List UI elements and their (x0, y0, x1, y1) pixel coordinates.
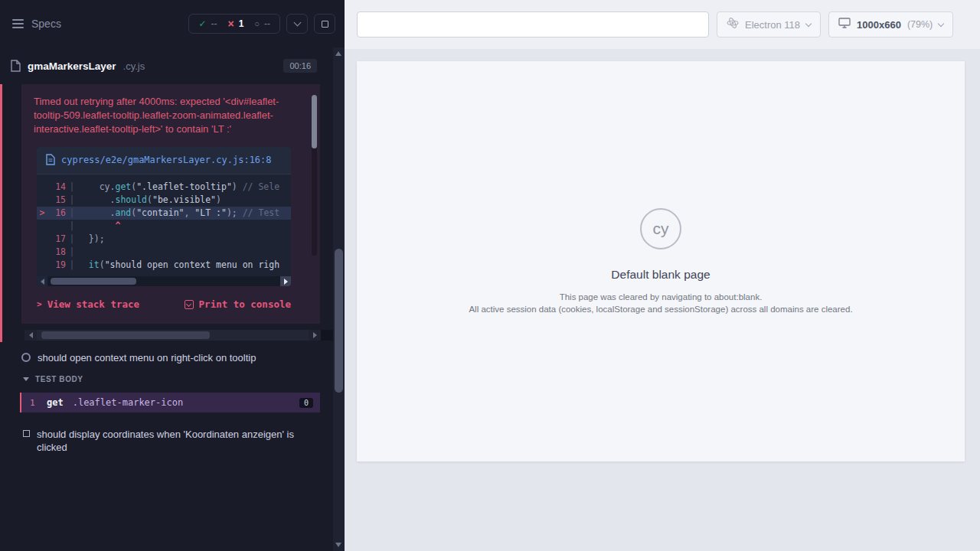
aut-frame: cy Default blank page This page was clea… (357, 61, 965, 461)
stop-icon (322, 21, 328, 28)
command-log-entry[interactable]: 1 get .leaflet-marker-icon 0 (20, 393, 320, 412)
print-icon (185, 300, 194, 309)
cypress-reporter-sidebar: Specs ✓ -- × 1 ○ -- (0, 0, 345, 551)
spinner-icon (21, 353, 31, 362)
blank-page-title: Default blank page (611, 268, 710, 282)
spec-duration: 00:16 (283, 59, 317, 73)
x-icon: × (227, 18, 234, 29)
error-panel-scroll-thumb[interactable] (312, 95, 317, 148)
blank-page-line2: All active session data (cookies, localS… (469, 303, 852, 315)
test-body-toggle[interactable]: TEST BODY (0, 369, 333, 388)
reporter-body: Timed out retrying after 4000ms: expecte… (0, 84, 333, 551)
reporter-scroll-thumb[interactable] (41, 331, 210, 339)
chevron-down-icon (805, 20, 812, 26)
spec-name: gmaMarkersLayer (28, 60, 116, 72)
code-line: 14| cy.get(".leaflet-tooltip") // Sele (37, 181, 291, 194)
viewport-scale: (79%) (907, 19, 933, 30)
viewport-selector[interactable]: 1000x660 (79%) (828, 11, 953, 37)
scroll-up-icon[interactable] (335, 51, 341, 56)
code-line: | ^ (37, 220, 291, 233)
test-body-label: TEST BODY (35, 375, 83, 383)
stop-button[interactable] (314, 14, 335, 34)
stat-passed: ✓ -- (198, 18, 217, 29)
test-stats: ✓ -- × 1 ○ -- (188, 14, 280, 34)
code-line: 17| }); (37, 233, 291, 246)
stat-failed: × 1 (227, 18, 243, 29)
code-scroll-thumb[interactable] (51, 278, 136, 285)
file-link[interactable]: cypress/e2e/gmaMarkersLayer.cy.js:16:8 (61, 154, 272, 167)
test-title: should open context menu on right-click … (38, 351, 256, 364)
collapse-button[interactable] (286, 14, 308, 34)
pending-icon: ○ (254, 20, 260, 28)
reporter-scroll-track[interactable] (37, 330, 309, 341)
code-frame-header[interactable]: cypress/e2e/gmaMarkersLayer.cy.js:16:8 (37, 147, 291, 174)
chevron-down-icon (23, 377, 29, 381)
test-item-running[interactable]: should open context menu on right-click … (0, 342, 333, 369)
check-icon: ✓ (198, 19, 206, 28)
file-icon (46, 154, 55, 167)
document-icon (11, 60, 21, 72)
print-to-console-label: Print to console (199, 298, 291, 310)
url-input[interactable] (357, 11, 709, 37)
viewport-size: 1000x660 (857, 19, 901, 31)
error-message: Timed out retrying after 4000ms: expecte… (34, 95, 294, 136)
scroll-right-icon[interactable] (280, 276, 291, 286)
reporter-horizontal-scrollbar[interactable] (24, 330, 333, 341)
view-stack-trace-link[interactable]: > View stack trace (37, 298, 139, 310)
specs-label[interactable]: Specs (31, 18, 61, 30)
code-frame: cypress/e2e/gmaMarkersLayer.cy.js:16:8 1… (37, 147, 291, 286)
code-line: 15| .should("be.visible") (37, 194, 291, 207)
preview-header: Electron 118 1000x660 (79%) (345, 0, 980, 49)
test-item-pending[interactable]: should display coordinates when 'Koordin… (0, 412, 333, 458)
command-count-badge: 0 (299, 398, 313, 408)
error-panel-scrollbar[interactable] (312, 95, 317, 256)
electron-icon (727, 17, 739, 32)
specs-menu-icon[interactable] (12, 19, 24, 28)
reporter-scrollbar[interactable] (333, 47, 345, 551)
scroll-down-icon[interactable] (335, 543, 341, 547)
square-icon (23, 430, 30, 437)
chevron-right-icon: > (37, 299, 42, 309)
code-line: 18| (37, 246, 291, 259)
stat-pending: ○ -- (254, 18, 270, 29)
code-horizontal-scrollbar[interactable] (37, 276, 291, 286)
chevron-down-icon (938, 20, 944, 26)
chevron-down-icon (293, 19, 301, 27)
print-to-console-button[interactable]: Print to console (185, 298, 291, 310)
failed-count: 1 (239, 18, 244, 29)
app-root: Specs ✓ -- × 1 ○ -- (0, 0, 980, 551)
error-actions: > View stack trace Print to console (37, 298, 291, 310)
pending-count: -- (264, 18, 270, 29)
reporter-scrollbar-thumb[interactable] (335, 249, 343, 393)
browser-label: Electron 118 (745, 19, 800, 31)
scroll-left-icon[interactable] (37, 276, 47, 286)
browser-selector[interactable]: Electron 118 (717, 11, 821, 37)
scroll-right-icon[interactable] (309, 330, 321, 341)
scrollbar-corner (321, 330, 333, 341)
reporter-header: Specs ✓ -- × 1 ○ -- (0, 0, 345, 47)
code-line: >16| .and("contain", "LT :"); // Test (37, 207, 291, 220)
code-line: 19| it("should open context menu on righ (37, 259, 291, 272)
spec-extension: .cy.js (123, 60, 145, 72)
command-method: get (47, 397, 64, 408)
code-scroll-track[interactable] (47, 276, 185, 286)
command-target: .leaflet-marker-icon (73, 397, 290, 408)
monitor-icon (838, 18, 851, 31)
app-preview: Electron 118 1000x660 (79%) cy Default b… (345, 0, 980, 551)
blank-page-message: cy Default blank page This page was clea… (469, 208, 852, 315)
code-lines: 14| cy.get(".leaflet-tooltip") // Sele15… (37, 174, 291, 276)
error-panel: Timed out retrying after 4000ms: expecte… (21, 84, 320, 324)
view-stack-trace-label: View stack trace (47, 298, 139, 310)
scroll-left-icon[interactable] (24, 330, 37, 341)
passed-count: -- (211, 18, 217, 29)
spec-header[interactable]: gmaMarkersLayer .cy.js 00:16 (0, 47, 345, 84)
command-number: 1 (30, 398, 38, 408)
blank-page-line1: This page was cleared by navigating to a… (560, 291, 763, 303)
failed-test-block: Timed out retrying after 4000ms: expecte… (0, 84, 333, 342)
cypress-logo: cy (640, 208, 681, 249)
test-title: should display coordinates when 'Koordin… (37, 428, 306, 454)
